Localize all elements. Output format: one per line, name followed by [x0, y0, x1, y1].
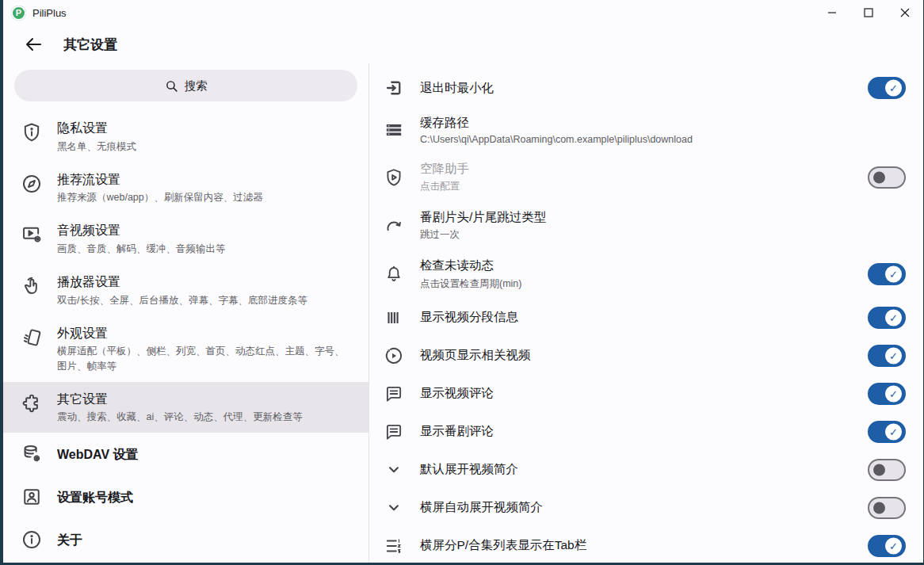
setting-title: 默认展开视频简介: [420, 461, 852, 477]
maximize-button[interactable]: [850, 0, 887, 25]
back-arrow-icon: [24, 35, 43, 54]
settings-panel: 退出时最小化 缓存路径 C:\Users\qi\AppData\Roaming\…: [369, 63, 923, 563]
account-card-icon: [21, 486, 43, 508]
sidebar-item-webdav[interactable]: WebDAV 设置: [3, 433, 368, 475]
toggle-parts-in-tab[interactable]: [868, 535, 906, 557]
sidebar-item-subtitle: 横屏适配（平板）、侧栏、列宽、首页、动态红点、主题、字号、图片、帧率等: [57, 344, 349, 372]
setting-row-expand-desc[interactable]: 默认展开视频简介: [384, 451, 906, 489]
numbered-list-icon: [384, 536, 404, 556]
sidebar-item-title: 播放器设置: [57, 273, 307, 291]
sidebar-item-account-mode[interactable]: 设置账号模式: [3, 475, 368, 518]
toggle-related-videos[interactable]: [868, 345, 906, 367]
play-circle-icon: [384, 345, 404, 366]
app-window: P PiliPlus 其它设置 搜索: [3, 0, 923, 563]
shield-info-icon: [21, 121, 43, 143]
setting-row-video-comments[interactable]: 显示视频评论: [384, 375, 906, 413]
setting-title: 退出时最小化: [420, 80, 852, 96]
toggle-landscape-expand-desc[interactable]: [868, 497, 906, 519]
maximize-icon: [864, 8, 873, 17]
minimize-icon: [827, 8, 837, 17]
sidebar-item-audio-video[interactable]: 音视频设置 画质、音质、解码、缓冲、音频输出等: [3, 213, 368, 265]
shield-play-icon: [384, 167, 404, 188]
setting-subtitle: C:\Users\qi\AppData\Roaming\com.example\…: [420, 134, 906, 145]
window-controls: [814, 0, 923, 25]
sidebar-item-subtitle: 震动、搜索、收藏、ai、评论、动态、代理、更新检查等: [57, 410, 303, 424]
sidebar-item-player[interactable]: 播放器设置 双击/长按、全屏、后台播放、弹幕、字幕、底部进度条等: [3, 265, 368, 316]
chevron-down-icon: [384, 460, 404, 480]
setting-title: 缓存路径: [420, 115, 906, 131]
setting-row-minimize-on-exit[interactable]: 退出时最小化: [384, 69, 906, 107]
back-button[interactable]: [19, 30, 48, 59]
sidebar-item-subtitle: 推荐来源（web/app）、刷新保留内容、过滤器: [57, 190, 263, 204]
toggle-segment-info[interactable]: [868, 307, 906, 329]
gesture-tap-icon: [21, 275, 43, 297]
setting-row-parts-in-tab[interactable]: 横屏分P/合集列表显示在Tab栏: [384, 527, 906, 563]
setting-row-segment-info[interactable]: 显示视频分段信息: [384, 299, 906, 337]
setting-row-bangumi-comments[interactable]: 显示番剧评论: [384, 413, 906, 451]
screen-rotation-icon: [21, 326, 43, 349]
setting-title: 显示视频分段信息: [420, 309, 852, 325]
setting-title: 显示番剧评论: [420, 423, 852, 439]
setting-title: 番剧片头/片尾跳过类型: [420, 209, 906, 225]
skip-redo-icon: [384, 216, 404, 236]
minimize-button[interactable]: [814, 0, 850, 25]
setting-row-landscape-expand-desc[interactable]: 横屏自动展开视频简介: [384, 489, 906, 527]
setting-title: 检查未读动态: [420, 258, 852, 273]
sidebar-item-title: 其它设置: [57, 391, 303, 408]
setting-row-related-videos[interactable]: 视频页显示相关视频: [384, 337, 906, 375]
video-settings-icon: [21, 223, 43, 246]
sidebar-item-about[interactable]: 关于: [3, 518, 368, 561]
search-icon: [165, 79, 178, 93]
sidebar-item-title: 外观设置: [57, 325, 349, 342]
segments-bars-icon: [384, 307, 404, 328]
setting-row-cache-path[interactable]: 缓存路径 C:\Users\qi\AppData\Roaming\com.exa…: [384, 107, 906, 153]
search-input[interactable]: 搜索: [14, 70, 357, 101]
toggle-minimize-on-exit[interactable]: [868, 77, 906, 99]
settings-sidebar: 搜索 隐私设置 黑名单、无痕模式 推荐流设置 推荐来源（web/app）、刷新保…: [3, 63, 369, 563]
page-title: 其它设置: [63, 36, 117, 54]
sidebar-item-title: WebDAV 设置: [57, 446, 139, 464]
sidebar-item-subtitle: 黑名单、无痕模式: [57, 139, 136, 154]
app-title: PiliPlus: [32, 7, 67, 19]
sidebar-item-recommend[interactable]: 推荐流设置 推荐来源（web/app）、刷新保留内容、过滤器: [3, 162, 368, 214]
search-label: 搜索: [185, 78, 208, 94]
sidebar-item-title: 音视频设置: [57, 222, 226, 239]
chevron-down-icon: [384, 498, 404, 518]
sidebar-item-other[interactable]: 其它设置 震动、搜索、收藏、ai、评论、动态、代理、更新检查等: [3, 382, 368, 433]
exit-to-app-icon: [384, 78, 404, 98]
app-logo-icon: P: [11, 6, 26, 21]
toggle-video-comments[interactable]: [868, 383, 906, 405]
comment-icon: [384, 422, 404, 442]
toggle-expand-desc[interactable]: [868, 459, 906, 481]
sidebar-item-title: 设置账号模式: [57, 489, 133, 506]
sidebar-item-subtitle: 画质、音质、解码、缓冲、音频输出等: [57, 242, 226, 256]
close-button[interactable]: [887, 0, 923, 25]
setting-title: 显示视频评论: [420, 385, 852, 401]
close-icon: [900, 8, 910, 17]
setting-subtitle: 点击设置检查周期(min): [420, 277, 852, 291]
info-icon: [21, 529, 43, 551]
puzzle-icon: [21, 392, 43, 414]
setting-title: 空降助手: [420, 161, 852, 177]
toggle-skydive-helper[interactable]: [868, 166, 906, 189]
setting-subtitle: 跳过一次: [420, 228, 906, 242]
sidebar-item-title: 关于: [57, 532, 82, 549]
bell-icon: [384, 264, 404, 284]
setting-row-skip-type[interactable]: 番剧片头/片尾跳过类型 跳过一次: [384, 201, 906, 250]
sidebar-item-title: 推荐流设置: [57, 171, 263, 189]
toggle-check-unread[interactable]: [868, 263, 906, 285]
compass-icon: [21, 173, 43, 195]
setting-row-skydive-helper[interactable]: 空降助手 点击配置: [384, 153, 906, 201]
toggle-bangumi-comments[interactable]: [868, 421, 906, 443]
sidebar-item-subtitle: 双击/长按、全屏、后台播放、弹幕、字幕、底部进度条等: [57, 293, 307, 307]
sidebar-item-appearance[interactable]: 外观设置 横屏适配（平板）、侧栏、列宽、首页、动态红点、主题、字号、图片、帧率等: [3, 316, 368, 382]
sidebar-item-privacy[interactable]: 隐私设置 黑名单、无痕模式: [3, 111, 368, 162]
setting-row-check-unread[interactable]: 检查未读动态 点击设置检查周期(min): [384, 250, 906, 298]
setting-title: 横屏自动展开视频简介: [420, 499, 852, 515]
storage-icon: [384, 120, 404, 140]
sidebar-item-title: 隐私设置: [57, 120, 136, 137]
page-header: 其它设置: [3, 25, 923, 63]
setting-title: 视频页显示相关视频: [420, 347, 852, 363]
comment-icon: [384, 384, 404, 404]
setting-subtitle: 点击配置: [420, 180, 852, 193]
